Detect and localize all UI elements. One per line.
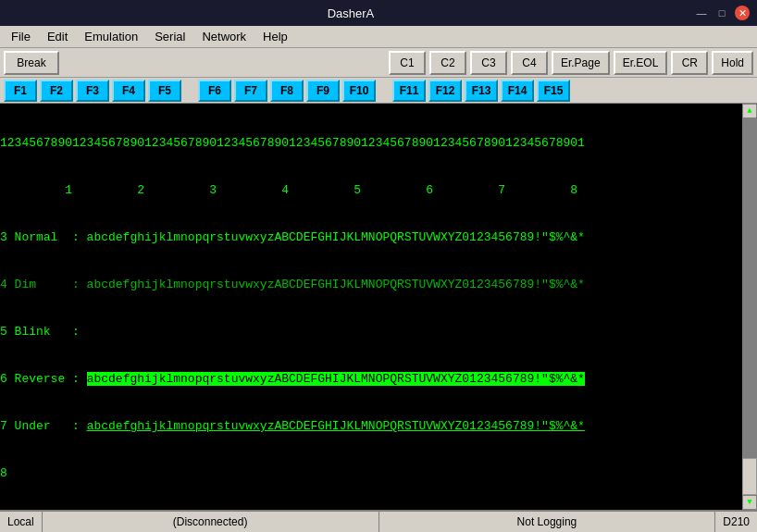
- f14-button[interactable]: F14: [501, 80, 534, 102]
- terminal-ruler-line: 1234567890123456789012345678901234567890…: [0, 135, 750, 151]
- scroll-down-button[interactable]: ▼: [742, 495, 757, 510]
- terminal-line-5: 5 Blink :: [0, 324, 750, 340]
- f5-button[interactable]: F5: [148, 80, 181, 102]
- terminal-line-7: 7 Under : abcdefghijklmnopqrstuvwxyzABCD…: [0, 418, 750, 434]
- terminal-line-4: 4 Dim : abcdefghijklmnopqrstuvwxyzABCDEF…: [0, 277, 750, 292]
- close-button[interactable]: ✕: [735, 6, 750, 20]
- menu-file[interactable]: File: [4, 28, 38, 45]
- f1-button[interactable]: F1: [4, 80, 37, 102]
- terminal-ruler-markers: 1 2 3 4 5 6 7 8: [0, 182, 750, 198]
- maximize-button[interactable]: □: [714, 6, 729, 20]
- status-local: Local: [0, 512, 43, 532]
- scroll-track[interactable]: [742, 118, 757, 495]
- menu-serial[interactable]: Serial: [147, 28, 192, 45]
- break-button[interactable]: Break: [4, 51, 59, 75]
- terminal-area[interactable]: 1234567890123456789012345678901234567890…: [0, 104, 757, 510]
- f4-button[interactable]: F4: [112, 80, 145, 102]
- f7-button[interactable]: F7: [234, 80, 267, 102]
- app-title: DasherA: [7, 6, 694, 20]
- f2-button[interactable]: F2: [40, 80, 73, 102]
- menu-help[interactable]: Help: [255, 28, 295, 45]
- terminal-scrollbar[interactable]: ▲ ▼: [742, 104, 757, 510]
- status-logging: Not Logging: [379, 512, 716, 532]
- c1-button[interactable]: C1: [389, 51, 426, 75]
- f11-button[interactable]: F11: [392, 80, 426, 102]
- hold-button[interactable]: Hold: [712, 51, 753, 75]
- terminal-line-6: 6 Reverse : abcdefghijklmnopqrstuvwxyzAB…: [0, 371, 750, 387]
- toolbar1: Break C1 C2 C3 C4 Er.Page Er.EOL CR Hold: [0, 48, 757, 78]
- c2-button[interactable]: C2: [429, 51, 466, 75]
- f8-button[interactable]: F8: [270, 80, 304, 102]
- menu-emulation[interactable]: Emulation: [77, 28, 145, 45]
- f12-button[interactable]: F12: [428, 80, 462, 102]
- status-connection: (Disconnected): [43, 512, 379, 532]
- terminal-line-8: 8: [0, 465, 750, 481]
- f3-button[interactable]: F3: [76, 80, 109, 102]
- f13-button[interactable]: F13: [465, 80, 498, 102]
- terminal-content: 1234567890123456789012345678901234567890…: [0, 104, 750, 510]
- menu-edit[interactable]: Edit: [40, 28, 75, 45]
- scroll-thumb[interactable]: [742, 458, 757, 495]
- terminal-line-3: 3 Normal : abcdefghijklmnopqrstuvwxyzABC…: [0, 229, 750, 245]
- f10-button[interactable]: F10: [342, 80, 376, 102]
- title-bar: DasherA — □ ✕: [0, 0, 757, 26]
- menu-bar: File Edit Emulation Serial Network Help: [0, 26, 757, 48]
- status-bar: Local (Disconnected) Not Logging D210: [0, 510, 757, 532]
- cr-button[interactable]: CR: [671, 51, 708, 75]
- f9-button[interactable]: F9: [306, 80, 340, 102]
- menu-network[interactable]: Network: [194, 28, 254, 45]
- f6-button[interactable]: F6: [198, 80, 231, 102]
- erpage-button[interactable]: Er.Page: [552, 51, 610, 75]
- c4-button[interactable]: C4: [511, 51, 548, 75]
- window-controls: — □ ✕: [694, 6, 750, 20]
- toolbar2-fkeys: F1 F2 F3 F4 F5 F6 F7 F8 F9 F10 F11 F12 F…: [0, 78, 757, 104]
- ereol-button[interactable]: Er.EOL: [614, 51, 668, 75]
- c3-button[interactable]: C3: [470, 51, 507, 75]
- f15-button[interactable]: F15: [537, 80, 570, 102]
- status-mode: D210: [715, 512, 757, 532]
- scroll-up-button[interactable]: ▲: [742, 104, 757, 118]
- minimize-button[interactable]: —: [694, 6, 709, 20]
